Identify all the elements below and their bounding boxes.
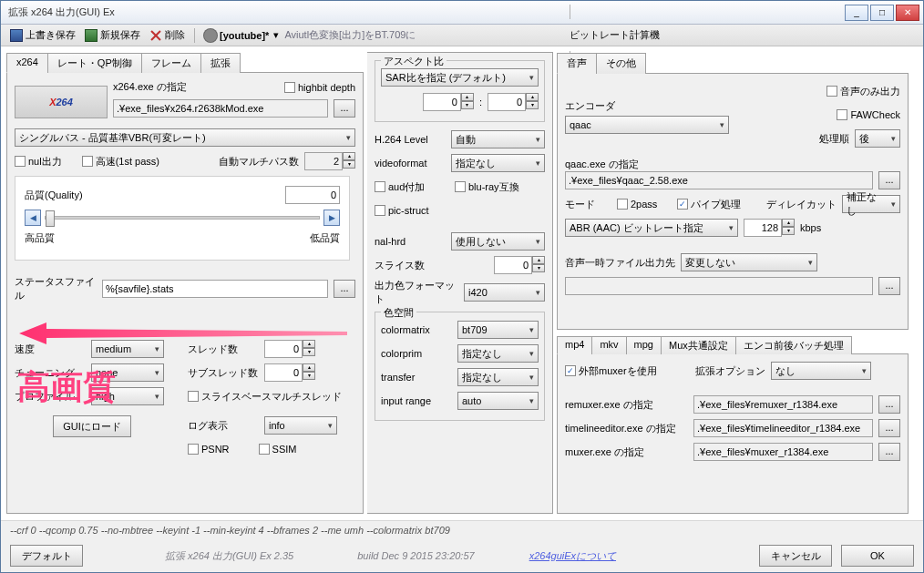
ext-muxer-checkbox[interactable]: ✓外部muxerを使用 <box>565 364 657 378</box>
high-quality-label: 高品質 <box>25 231 55 245</box>
psnr-checkbox[interactable]: PSNR <box>188 444 230 455</box>
inputrange-label: input range <box>381 395 452 406</box>
muxer-browse[interactable]: ... <box>878 443 900 461</box>
sar-w-spinner[interactable]: ▴▾ <box>423 93 474 111</box>
picstruct-checkbox[interactable]: pic-struct <box>375 205 429 216</box>
tab-mpg[interactable]: mpg <box>626 336 662 354</box>
outcolor-label: 出力色フォーマット <box>375 279 458 306</box>
tab-mp4[interactable]: mp4 <box>557 336 592 354</box>
tuning-combo[interactable]: none <box>91 363 164 382</box>
ok-button[interactable]: OK <box>841 545 914 567</box>
tab-rate-qp[interactable]: レート・QP制御 <box>47 53 142 73</box>
bluray-checkbox[interactable]: blu-ray互換 <box>455 180 519 194</box>
transfer-combo[interactable]: 指定なし <box>457 368 539 386</box>
auto-multipass-label: 自動マルチパス数 <box>219 155 299 169</box>
profile-combo[interactable]: high <box>91 387 164 405</box>
remuxer-browse[interactable]: ... <box>878 395 900 414</box>
qaac-exe-browse[interactable]: ... <box>878 171 900 189</box>
tab-ext[interactable]: 拡張 <box>200 53 241 73</box>
nalhrd-combo[interactable]: 使用しない <box>451 232 545 251</box>
quality-inc-button[interactable]: ▶ <box>323 210 340 226</box>
ext-opt-combo[interactable]: なし <box>771 362 871 380</box>
overwrite-save-button[interactable]: 上書き保存 <box>6 26 79 44</box>
x264-exe-path[interactable] <box>113 99 328 118</box>
log-combo[interactable]: info <box>264 416 337 435</box>
muxer-path[interactable] <box>693 443 873 461</box>
h264-level-combo[interactable]: 自動 <box>451 130 545 148</box>
tempfile-path[interactable] <box>565 277 873 295</box>
pass-mode-combo[interactable]: シングルパス - 品質基準VBR(可変レート) <box>15 128 355 147</box>
threads-spinner[interactable]: ▴▾ <box>264 340 315 358</box>
tab-x264[interactable]: x264 <box>6 53 48 73</box>
audio-only-checkbox[interactable]: 音声のみ出力 <box>826 85 900 98</box>
tempfile-combo[interactable]: 変更しない <box>681 253 817 271</box>
fawcheck-checkbox[interactable]: FAWCheck <box>837 109 900 120</box>
encoder-combo[interactable]: qaac <box>565 116 729 134</box>
delaycut-label: ディレイカット <box>766 198 837 211</box>
tuning-label: チューニング <box>15 366 86 380</box>
tab-audio[interactable]: 音声 <box>557 53 597 74</box>
transfer-label: transfer <box>381 372 452 383</box>
subthreads-label: サブスレッド数 <box>188 366 259 380</box>
audio-mode-combo[interactable]: ABR (AAC) ビットレート指定 <box>565 219 738 237</box>
inputrange-combo[interactable]: auto <box>457 392 539 410</box>
remuxer-path[interactable] <box>693 395 873 414</box>
auto-multipass-spinner[interactable]: ▴▾ <box>304 152 355 170</box>
gear-icon <box>204 29 217 42</box>
videoformat-combo[interactable]: 指定なし <box>451 154 545 172</box>
stats-label: ステータスファイル <box>15 275 97 302</box>
nalhrd-label: nal-hrd <box>375 236 446 247</box>
new-save-icon <box>85 29 98 42</box>
order-label: 処理順 <box>819 132 849 146</box>
log-label: ログ表示 <box>188 419 259 433</box>
tleditor-browse[interactable]: ... <box>878 419 900 437</box>
build-info: build Dec 9 2015 23:20:57 <box>357 550 474 561</box>
qaac-exe-path[interactable] <box>565 171 873 189</box>
quality-dec-button[interactable]: ◀ <box>25 210 41 226</box>
tab-frame[interactable]: フレーム <box>141 53 201 73</box>
gui-load-button[interactable]: GUIにロード <box>53 415 131 437</box>
save-icon <box>10 29 23 42</box>
quality-input[interactable] <box>285 186 340 204</box>
audio-bitrate-spinner[interactable]: ▴▾ <box>744 219 795 237</box>
tab-mux-common[interactable]: Mux共通設定 <box>661 336 736 354</box>
slice-spinner[interactable]: ▴▾ <box>494 256 545 274</box>
sliced-mt-checkbox[interactable]: スライスベースマルチスレッド <box>188 390 342 404</box>
colorspace-group-title: 色空間 <box>381 306 416 320</box>
outcolor-combo[interactable]: i420 <box>464 283 545 302</box>
quality-slider[interactable] <box>45 216 320 220</box>
sar-h-spinner[interactable]: ▴▾ <box>488 93 539 111</box>
ssim-checkbox[interactable]: SSIM <box>259 444 297 455</box>
cancel-button[interactable]: キャンセル <box>759 545 832 567</box>
tab-other[interactable]: その他 <box>596 53 646 74</box>
aspect-mode-combo[interactable]: SAR比を指定 (デフォルト) <box>381 68 539 87</box>
bitrate-calc-button[interactable]: ビットレート計算機 <box>566 26 918 44</box>
x264-exe-browse[interactable]: ... <box>334 99 355 118</box>
delete-button[interactable]: 削除 <box>146 26 189 44</box>
preset-dropdown[interactable]: [youtube]*▾ <box>200 27 282 44</box>
subthreads-spinner[interactable]: ▴▾ <box>264 363 315 382</box>
order-combo[interactable]: 後 <box>855 129 900 148</box>
speed-combo[interactable]: medium <box>91 340 164 358</box>
default-button[interactable]: デフォルト <box>10 545 83 567</box>
stats-input[interactable] <box>102 280 328 298</box>
nul-output-checkbox[interactable]: nul出力 <box>15 155 62 169</box>
delaycut-combo[interactable]: 補正なし <box>842 195 900 213</box>
tab-mkv[interactable]: mkv <box>591 336 626 354</box>
tab-batch[interactable]: エンコ前後バッチ処理 <box>735 336 852 354</box>
low-quality-label: 低品質 <box>310 231 340 245</box>
tleditor-path[interactable] <box>693 419 873 437</box>
audio-mode-label: モード <box>565 198 595 211</box>
colormatrix-combo[interactable]: bt709 <box>457 321 539 339</box>
fast-1stpass-checkbox[interactable]: 高速(1st pass) <box>82 155 159 169</box>
tempfile-browse[interactable]: ... <box>878 277 900 295</box>
pipe-checkbox[interactable]: ✓パイプ処理 <box>677 198 741 211</box>
new-save-button[interactable]: 新規保存 <box>81 26 144 44</box>
colorprim-combo[interactable]: 指定なし <box>457 344 539 363</box>
highbit-checkbox[interactable]: highbit depth <box>284 82 355 93</box>
twopass-checkbox[interactable]: 2pass <box>617 199 657 210</box>
tempfile-label: 音声一時ファイル出力先 <box>565 256 675 270</box>
aud-checkbox[interactable]: aud付加 <box>375 180 449 194</box>
about-link[interactable]: x264guiExについて <box>529 549 616 563</box>
stats-browse[interactable]: ... <box>334 280 355 298</box>
